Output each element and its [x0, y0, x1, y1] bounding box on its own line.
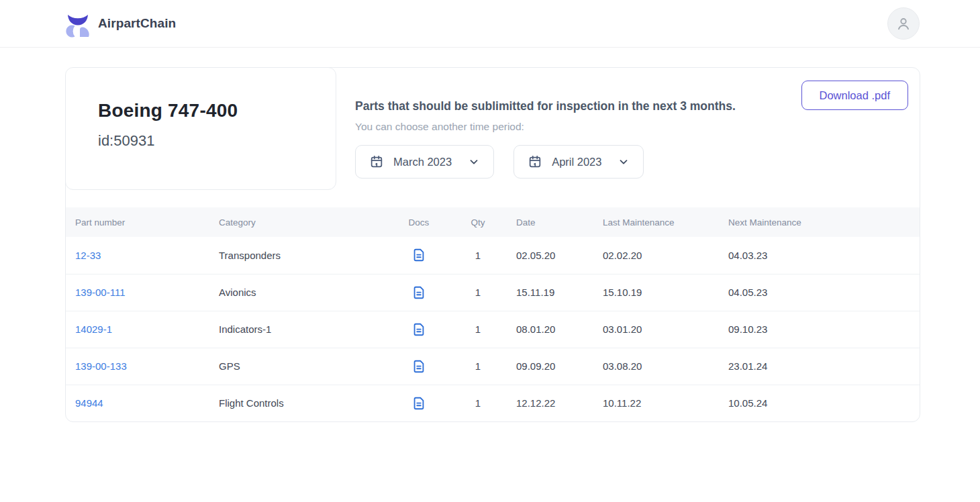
part-number-link[interactable]: 12-33 [75, 250, 101, 261]
document-icon[interactable] [411, 285, 426, 301]
table-row: 139-00-111 Avionics 1 15.11.19 15.10.19 … [66, 274, 920, 311]
docs-cell [379, 274, 459, 311]
parts-table: Part number Category Docs Qty Date Last … [66, 207, 920, 421]
col-header-docs: Docs [379, 207, 459, 237]
table-row: 12-33 Transponders 1 02.05.20 02.02.20 0… [66, 237, 920, 274]
category-cell: Transponders [219, 237, 379, 274]
download-pdf-button[interactable]: Download .pdf [801, 81, 909, 110]
last-maintenance-cell: 10.11.22 [583, 385, 709, 421]
qty-cell: 1 [459, 348, 497, 385]
document-icon[interactable] [411, 395, 426, 411]
document-icon[interactable] [411, 247, 426, 263]
next-maintenance-cell: 04.03.23 [709, 237, 920, 274]
table-row: 139-00-133 GPS 1 09.09.20 03.08.20 23.01… [66, 348, 920, 385]
col-header-next-maintenance: Next Maintenance [709, 207, 920, 237]
category-cell: Indicators-1 [219, 311, 379, 348]
page-content: Boeing 747-400 id:50931 Parts that shoul… [0, 67, 980, 422]
period-to-value: April 2023 [552, 156, 601, 168]
inspection-description: Parts that should be sublimitted for ins… [355, 99, 736, 113]
docs-cell [379, 237, 459, 274]
docs-cell [379, 348, 459, 385]
aircraft-card: Boeing 747-400 id:50931 [65, 67, 336, 190]
document-icon[interactable] [411, 321, 426, 338]
last-maintenance-cell: 03.01.20 [583, 311, 709, 348]
top-bar: AirpartChain [0, 0, 980, 48]
period-from-select[interactable]: March 2023 [355, 145, 494, 179]
table-row: 14029-1 Indicators-1 1 08.01.20 03.01.20… [66, 311, 920, 348]
last-maintenance-cell: 02.02.20 [583, 237, 709, 274]
part-number-cell: 14029-1 [66, 311, 219, 348]
date-cell: 15.11.19 [497, 274, 583, 311]
period-to-select[interactable]: April 2023 [513, 145, 644, 179]
date-cell: 08.01.20 [497, 311, 583, 348]
last-maintenance-cell: 15.10.19 [583, 274, 709, 311]
qty-cell: 1 [459, 274, 497, 311]
qty-cell: 1 [459, 237, 497, 274]
col-header-part-number: Part number [66, 207, 219, 237]
docs-cell [379, 385, 459, 421]
profile-avatar[interactable] [887, 7, 920, 40]
period-from-value: March 2023 [393, 156, 452, 168]
calendar-icon [369, 154, 384, 169]
table-header-row: Part number Category Docs Qty Date Last … [66, 207, 920, 237]
date-cell: 12.12.22 [497, 385, 583, 421]
category-cell: GPS [219, 348, 379, 385]
inspection-report-card: Boeing 747-400 id:50931 Parts that shoul… [65, 67, 920, 422]
part-number-link[interactable]: 139-00-133 [75, 360, 127, 372]
brand-name: AirpartChain [98, 16, 176, 31]
report-header-section: Boeing 747-400 id:50931 Parts that shoul… [66, 68, 920, 207]
qty-cell: 1 [459, 311, 497, 348]
col-header-last-maintenance: Last Maintenance [583, 207, 709, 237]
time-period-hint: You can choose another time period: [355, 121, 736, 133]
next-maintenance-cell: 09.10.23 [709, 311, 920, 348]
airpart-logo-icon [64, 9, 91, 38]
inspection-controls: Parts that should be sublimitted for ins… [355, 99, 736, 179]
aircraft-id: id:50931 [98, 132, 336, 150]
part-number-link[interactable]: 139-00-111 [75, 287, 126, 298]
col-header-qty: Qty [459, 207, 497, 237]
col-header-category: Category [219, 207, 379, 237]
brand: AirpartChain [64, 9, 176, 38]
qty-cell: 1 [459, 385, 497, 421]
period-pickers: March 2023 [355, 145, 736, 179]
docs-cell [379, 311, 459, 348]
table-row: 94944 Flight Controls 1 12.12.22 10.11.2… [66, 385, 920, 421]
part-number-cell: 12-33 [66, 237, 219, 274]
next-maintenance-cell: 10.05.24 [709, 385, 920, 421]
part-number-cell: 139-00-111 [66, 274, 219, 311]
aircraft-title: Boeing 747-400 [98, 100, 336, 121]
category-cell: Avionics [219, 274, 379, 311]
last-maintenance-cell: 03.08.20 [583, 348, 709, 385]
part-number-link[interactable]: 94944 [75, 397, 103, 409]
date-cell: 09.09.20 [497, 348, 583, 385]
part-number-cell: 139-00-133 [66, 348, 219, 385]
next-maintenance-cell: 04.05.23 [709, 274, 920, 311]
chevron-down-icon [468, 156, 480, 168]
part-number-cell: 94944 [66, 385, 219, 421]
document-icon[interactable] [411, 358, 426, 374]
category-cell: Flight Controls [219, 385, 379, 421]
part-number-link[interactable]: 14029-1 [75, 323, 112, 335]
col-header-date: Date [497, 207, 583, 237]
user-icon [895, 15, 912, 32]
calendar-icon [528, 154, 542, 169]
next-maintenance-cell: 23.01.24 [709, 348, 920, 385]
chevron-down-icon [618, 156, 630, 168]
date-cell: 02.05.20 [497, 237, 583, 274]
